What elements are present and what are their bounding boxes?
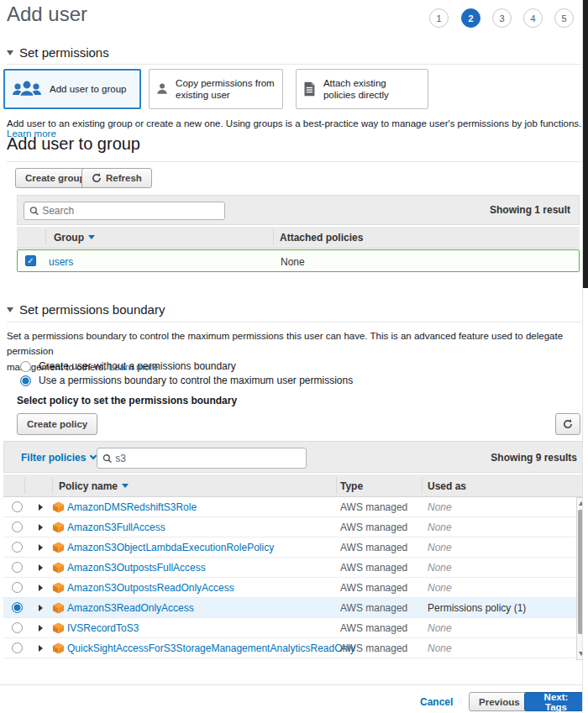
policy-row[interactable]: QuickSightAccessForS3StorageManagementAn… [3, 638, 576, 658]
add-user-page: Add user 1 2 3 4 5 Set permissions Add u… [0, 0, 588, 713]
policy-search-input[interactable] [115, 453, 301, 464]
policy-name-link[interactable]: AmazonDMSRedshiftS3Role [67, 501, 197, 513]
next-tags-button[interactable]: Next: Tags [524, 692, 588, 711]
policy-name-link[interactable]: AmazonS3OutpostsFullAccess [67, 562, 206, 574]
policy-name-link[interactable]: AmazonS3OutpostsReadOnlyAccess [67, 582, 234, 594]
collapse-triangle-icon [7, 50, 13, 55]
expand-row-icon[interactable] [39, 625, 43, 632]
radio-selected-icon[interactable] [12, 602, 23, 613]
footer-divider [0, 684, 588, 685]
group-row-users[interactable]: ✓ users None [17, 249, 580, 272]
policy-cube-icon [52, 501, 65, 514]
group-search-box[interactable] [24, 202, 225, 220]
policy-name-link[interactable]: AmazonS3ObjectLambdaExecutionRolePolicy [67, 542, 274, 553]
policy-table-body: AmazonDMSRedshiftS3Role AWS managed None… [3, 497, 585, 660]
wizard-step-1: 1 [429, 8, 449, 28]
expand-row-icon[interactable] [39, 524, 43, 531]
radio-icon[interactable] [12, 642, 23, 653]
group-name-link[interactable]: users [49, 256, 73, 268]
policy-row[interactable]: AmazonS3OutpostsFullAccess AWS managed N… [3, 558, 576, 578]
policy-used-as: None [428, 622, 452, 634]
policy-row[interactable]: AmazonS3OutpostsReadOnlyAccess AWS manag… [3, 578, 576, 598]
group-row-checkbox[interactable]: ✓ [25, 255, 36, 266]
radio-icon[interactable] [20, 361, 31, 372]
policy-cube-icon [52, 521, 65, 534]
expand-row-icon[interactable] [39, 564, 43, 571]
wizard-step-3: 3 [492, 8, 512, 28]
group-attached-policies-value: None [281, 256, 305, 268]
sort-desc-icon [88, 235, 95, 239]
refresh-button[interactable]: Refresh [81, 168, 152, 188]
set-permissions-header[interactable]: Set permissions [7, 45, 109, 60]
radio-icon[interactable] [12, 522, 23, 532]
radio-icon[interactable] [12, 562, 23, 573]
policy-name-link[interactable]: QuickSightAccessForS3StorageManagementAn… [67, 642, 355, 654]
collapse-triangle-icon [7, 307, 13, 312]
card-label: Attach existing policies directly [323, 77, 421, 102]
card-attach-policies[interactable]: Attach existing policies directly [296, 69, 428, 109]
user-group-icon [12, 79, 42, 99]
policy-row[interactable]: IVSRecordToS3 AWS managed None [3, 618, 576, 638]
policy-name-link[interactable]: AmazonS3ReadOnlyAccess [67, 602, 194, 614]
refresh-icon [563, 419, 573, 429]
column-policy-name[interactable]: Policy name [59, 480, 129, 492]
create-policy-button[interactable]: Create policy [17, 413, 97, 435]
policy-cube-icon [52, 581, 65, 595]
previous-button[interactable]: Previous [469, 692, 530, 711]
radio-icon[interactable] [12, 542, 23, 553]
radio-icon[interactable] [12, 501, 23, 512]
policy-used-as: None [428, 501, 452, 513]
refresh-icon [92, 173, 102, 183]
cancel-link[interactable]: Cancel [420, 696, 453, 708]
wizard-step-2-active: 2 [461, 8, 480, 28]
boundary-section-header[interactable]: Set permissions boundary [7, 302, 165, 317]
search-icon [102, 453, 112, 464]
expand-row-icon[interactable] [39, 504, 43, 511]
group-section-title: Add user to group [7, 134, 140, 154]
expand-row-icon[interactable] [39, 645, 43, 652]
expand-row-icon[interactable] [39, 585, 43, 591]
expand-row-icon[interactable] [39, 605, 43, 611]
radio-option-no-boundary[interactable]: Create user without a permissions bounda… [20, 360, 236, 372]
policy-row[interactable]: AmazonS3ObjectLambdaExecutionRolePolicy … [3, 537, 576, 558]
radio-selected-icon[interactable] [20, 375, 31, 386]
column-group[interactable]: Group [54, 232, 95, 244]
policy-cube-icon [52, 621, 65, 635]
refresh-policies-button[interactable] [555, 413, 580, 435]
policy-type: AWS managed [340, 562, 407, 574]
radio-icon[interactable] [12, 622, 23, 633]
policy-search-box[interactable] [97, 448, 307, 469]
policy-used-as: None [428, 582, 452, 594]
policy-row-selected[interactable]: AmazonS3ReadOnlyAccess AWS managed Permi… [3, 598, 576, 618]
page-scrollbar-thumb[interactable] [583, 0, 588, 288]
policy-used-as: None [428, 542, 452, 553]
expand-row-icon[interactable] [39, 544, 43, 551]
radio-icon[interactable] [12, 582, 23, 593]
policy-table-header: Policy name Type Used as [3, 474, 585, 497]
sort-desc-icon [122, 484, 129, 488]
policy-type: AWS managed [340, 522, 407, 533]
divider [7, 161, 581, 162]
policy-type: AWS managed [340, 642, 407, 654]
card-add-user-to-group[interactable]: Add user to group [3, 69, 141, 109]
policy-used-as: None [428, 522, 452, 533]
page-title: Add user [7, 3, 87, 26]
policy-results-count: Showing 9 results [491, 452, 577, 464]
policy-row[interactable]: AmazonS3FullAccess AWS managed None [3, 517, 576, 537]
policy-row[interactable]: AmazonDMSRedshiftS3Role AWS managed None [3, 497, 576, 517]
user-icon [156, 79, 168, 99]
radio-option-use-boundary[interactable]: Use a permissions boundary to control th… [20, 375, 353, 386]
group-search-input[interactable] [42, 205, 219, 217]
policy-name-link[interactable]: IVSRecordToS3 [67, 622, 139, 634]
card-copy-permissions[interactable]: Copy permissions from existing user [149, 69, 283, 109]
column-used-as: Used as [428, 480, 466, 492]
policy-type: AWS managed [340, 622, 407, 634]
policy-name-link[interactable]: AmazonS3FullAccess [67, 522, 165, 533]
card-label: Add user to group [50, 83, 126, 95]
select-policy-label: Select policy to set the permissions bou… [17, 395, 237, 406]
policy-type: AWS managed [340, 542, 407, 553]
filter-policies-dropdown[interactable]: Filter policies [21, 452, 96, 464]
policy-cube-icon [52, 642, 65, 655]
document-icon [303, 79, 316, 99]
search-icon [29, 206, 39, 216]
